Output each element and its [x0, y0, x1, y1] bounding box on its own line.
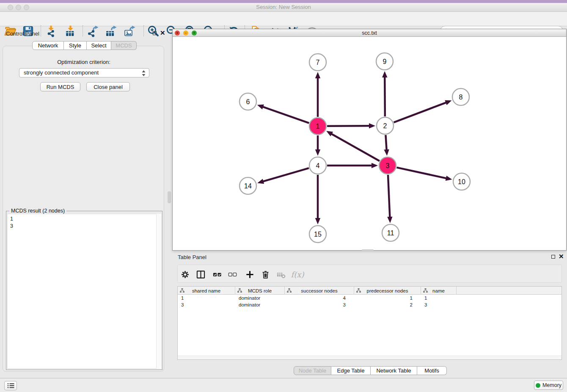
- table-hscrollbar[interactable]: [178, 356, 561, 359]
- criterion-dropdown[interactable]: strongly connected component: [19, 68, 149, 77]
- tab-select[interactable]: Select: [87, 41, 111, 50]
- list-icon: [7, 383, 14, 389]
- network-canvas[interactable]: 7968124314101511: [173, 37, 566, 250]
- table-panel-tabs: Node TableEdge TableNetwork TableMotifs: [294, 366, 447, 375]
- vertical-splitter-handle[interactable]: [168, 191, 171, 203]
- delete-column-trash-icon[interactable]: [259, 268, 271, 280]
- cell[interactable]: 1: [421, 295, 457, 301]
- cell[interactable]: 1: [178, 295, 235, 301]
- close-panel-button[interactable]: Close panel: [86, 82, 130, 91]
- close-panel-icon[interactable]: ✕: [160, 31, 165, 35]
- cell[interactable]: 4: [285, 295, 354, 301]
- horizontal-splitter-handle[interactable]: [362, 249, 374, 251]
- graph-edge-4-3[interactable]: [327, 163, 378, 168]
- svg-text:7: 7: [316, 59, 320, 66]
- chevron-updown-icon: [142, 70, 146, 76]
- node-table-header: shared nameMCDS rolesuccessor nodesprede…: [178, 287, 561, 295]
- window-accent-strip: [0, 0, 567, 3]
- tab-style[interactable]: Style: [64, 41, 87, 50]
- graph-edge-2-9[interactable]: [382, 71, 387, 116]
- show-column-panel-icon[interactable]: [195, 268, 206, 280]
- graph-node-3[interactable]: 3: [379, 157, 396, 174]
- graph-edge-3-1[interactable]: [326, 131, 380, 161]
- tab-edge-table[interactable]: Edge Table: [331, 366, 371, 375]
- graph-edge-1-2[interactable]: [327, 123, 375, 128]
- cell[interactable]: 3: [178, 301, 235, 308]
- graph-edge-1-6[interactable]: [257, 105, 309, 123]
- run-mcds-button[interactable]: Run MCDS: [40, 82, 80, 91]
- svg-text:6: 6: [246, 98, 250, 105]
- mcds-result-scrollbar[interactable]: [156, 214, 161, 369]
- unselect-all-columns-icon[interactable]: [226, 268, 238, 280]
- table-toolbar: f(x): [177, 265, 562, 283]
- cell[interactable]: 1: [354, 295, 421, 301]
- column-header-name[interactable]: name: [421, 287, 457, 295]
- graph-node-7[interactable]: 7: [309, 54, 326, 71]
- criterion-dropdown-value: strongly connected component: [24, 69, 99, 76]
- graph-edge-3-10[interactable]: [396, 168, 452, 181]
- graph-node-9[interactable]: 9: [376, 53, 393, 70]
- cell[interactable]: dominator: [235, 301, 285, 308]
- node-table[interactable]: shared nameMCDS rolesuccessor nodesprede…: [177, 286, 562, 360]
- tab-mcds[interactable]: MCDS: [111, 41, 137, 50]
- graph-edge-3-11[interactable]: [387, 175, 392, 223]
- mcds-result-title: MCDS result (2 nodes): [9, 208, 66, 214]
- mcds-result-text[interactable]: 1 3: [7, 214, 161, 369]
- svg-text:14: 14: [244, 182, 252, 190]
- svg-text:4: 4: [316, 162, 320, 169]
- control-panel-tabs: NetworkStyleSelectMCDS: [32, 41, 137, 50]
- cell[interactable]: dominator: [235, 295, 285, 301]
- cell[interactable]: 3: [421, 301, 457, 308]
- graph-edge-1-7[interactable]: [315, 72, 320, 117]
- graph-node-11[interactable]: 11: [382, 224, 399, 241]
- graph-node-4[interactable]: 4: [309, 157, 326, 174]
- tab-motifs[interactable]: Motifs: [417, 366, 447, 375]
- graph-node-8[interactable]: 8: [452, 88, 469, 105]
- graph-node-14[interactable]: 14: [239, 177, 256, 194]
- select-all-columns-icon[interactable]: [211, 268, 223, 280]
- graph-edge-4-14[interactable]: [257, 168, 309, 184]
- cell[interactable]: 2: [354, 301, 421, 308]
- svg-text:10: 10: [458, 178, 465, 185]
- tab-network[interactable]: Network: [32, 41, 64, 50]
- optimization-criterion-label: Optimization criterion:: [3, 59, 165, 65]
- cell[interactable]: 3: [285, 301, 354, 308]
- column-header-MCDS-role[interactable]: MCDS role: [235, 287, 285, 295]
- network-view-window: × − + scc.txt 7968124314101511: [172, 29, 567, 251]
- graph-edge-4-15[interactable]: [315, 175, 320, 224]
- column-header-successor-nodes[interactable]: successor nodes: [285, 287, 354, 295]
- graph-edge-2-3[interactable]: [384, 135, 389, 156]
- close-table-panel-icon[interactable]: ✕: [559, 254, 564, 259]
- graph-node-2[interactable]: 2: [377, 117, 394, 134]
- table-row[interactable]: 3dominator323: [178, 301, 561, 308]
- memory-button[interactable]: Memory: [534, 381, 563, 390]
- tab-network-table[interactable]: Network Table: [371, 366, 417, 375]
- float-panel-icon[interactable]: [153, 31, 157, 35]
- tab-node-table[interactable]: Node Table: [294, 366, 331, 375]
- svg-text:3: 3: [386, 162, 390, 169]
- graph-edge-1-4[interactable]: [315, 135, 320, 156]
- svg-text:9: 9: [383, 58, 387, 65]
- control-panel: Control Panel ✕ Optimization criterion: …: [0, 26, 167, 373]
- control-panel-title: Control Panel: [6, 30, 39, 37]
- delete-table-icon: [275, 268, 287, 280]
- svg-text:2: 2: [383, 122, 387, 130]
- graph-edge-2-8[interactable]: [394, 100, 452, 122]
- column-header-predecessor-nodes[interactable]: predecessor nodes: [354, 287, 421, 295]
- graph-node-1[interactable]: 1: [309, 118, 326, 135]
- table-settings-gear-icon[interactable]: [179, 268, 191, 280]
- table-panel-title: Table Panel: [178, 254, 206, 260]
- task-history-button[interactable]: [4, 381, 17, 390]
- graph-node-15[interactable]: 15: [309, 226, 326, 243]
- svg-text:8: 8: [459, 94, 463, 101]
- float-table-panel-icon[interactable]: [551, 255, 555, 259]
- graph-node-10[interactable]: 10: [453, 173, 470, 190]
- graph-node-6[interactable]: 6: [239, 93, 256, 110]
- create-column-icon[interactable]: [244, 268, 256, 280]
- table-row[interactable]: 1dominator411: [178, 295, 561, 301]
- window-title: Session: New Session: [0, 4, 567, 10]
- function-builder-icon: f(x): [292, 268, 303, 280]
- network-window-titlebar[interactable]: × − + scc.txt: [173, 29, 566, 37]
- column-header-shared-name[interactable]: shared name: [178, 287, 235, 295]
- status-bar: Memory: [0, 378, 567, 392]
